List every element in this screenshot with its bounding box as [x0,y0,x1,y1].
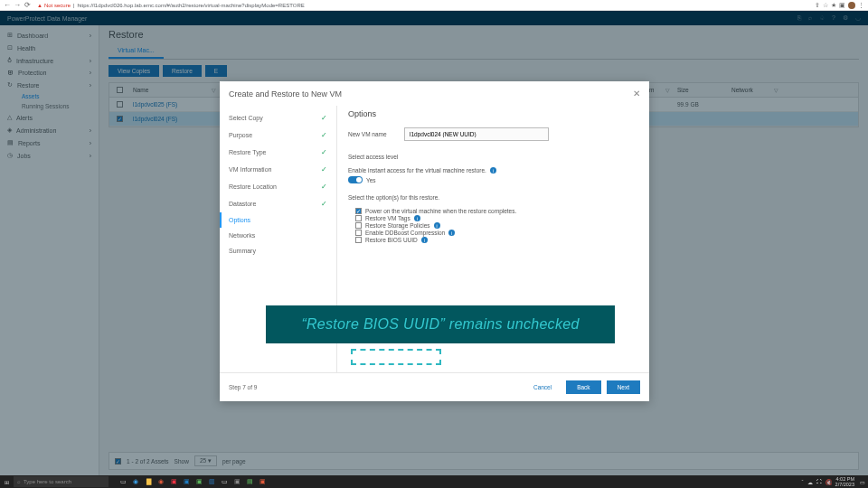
url-text: https://l1dpdvcl026.hop.lab.emc.com/#/au… [78,3,305,8]
step-indicator: Step 7 of 9 [229,384,257,390]
browser-actions: ⇪ ☆ ★ ▣ ⋮ [815,2,864,9]
annotation-callout: “Restore BIOS UUID” remains unchecked [266,305,615,343]
step-datastore[interactable]: Datastore✓ [220,195,336,212]
opt-restore-storage-policies[interactable]: Restore Storage Policiesi [348,222,638,229]
instant-access-toggle[interactable] [348,176,363,183]
checkbox[interactable] [355,230,362,236]
check-icon: ✓ [321,114,327,122]
taskbar-clock[interactable]: 4:02 PM 2/7/2023 [835,476,856,487]
step-purpose[interactable]: Purpose✓ [220,127,336,144]
app-icon[interactable]: ▣ [231,476,242,487]
checkbox[interactable] [355,215,362,221]
step-select-copy[interactable]: Select Copy✓ [220,109,336,127]
check-icon: ✓ [321,148,327,156]
checkbox[interactable]: ✓ [355,208,362,214]
chrome-icon[interactable]: ◉ [156,476,166,487]
section-heading: Options [348,109,638,118]
check-icon: ✓ [321,183,327,191]
app-icon[interactable]: ▭ [219,476,230,487]
start-button[interactable]: ⊞ [0,475,13,488]
app-icon[interactable]: ▤ [244,476,255,487]
cancel-button[interactable]: Cancel [524,380,561,394]
access-level-label: Select access level [348,154,638,160]
bookmark-icon[interactable]: ★ [831,2,836,9]
check-icon: ✓ [321,165,327,174]
app-icon[interactable]: ▣ [257,476,268,487]
app-icon[interactable]: ▥ [206,476,217,487]
step-restore-location[interactable]: Restore Location✓ [220,178,336,195]
security-badge: ▲ Not secure [37,3,71,8]
check-icon: ✓ [321,131,327,139]
info-icon[interactable]: i [490,167,496,174]
options-label: Select the option(s) for this restore. [348,194,638,201]
checkbox[interactable] [355,222,362,229]
restore-wizard-modal: Create and Restore to New VM ✕ Select Co… [220,81,649,401]
share-icon[interactable]: ⇪ [815,2,820,9]
step-networks[interactable]: Networks [220,228,336,243]
taskbar-search[interactable]: ⌕ Type here to search [14,476,108,487]
tray-icon[interactable]: ⛶ [816,479,822,484]
puzzle-icon[interactable]: ▣ [839,2,845,9]
tray-icon[interactable]: ☁ [807,479,813,485]
check-icon: ✓ [321,200,327,208]
vm-name-label: New VM name [348,131,393,137]
avatar-icon[interactable] [848,2,855,9]
reload-icon[interactable]: ⟳ [24,2,31,9]
address-bar[interactable]: ▲ Not secure | https://l1dpdvcl026.hop.l… [33,1,812,9]
step-options[interactable]: Options [220,212,336,228]
star-icon[interactable]: ☆ [823,2,828,9]
opt-restore-tags[interactable]: Restore VM Tagsi [348,215,638,221]
tray-chevron-icon[interactable]: ˄ [801,479,804,485]
explorer-icon[interactable]: ▇ [143,476,154,487]
info-icon[interactable]: i [414,215,420,221]
info-icon[interactable]: i [434,222,440,229]
checkbox[interactable] [355,237,362,243]
modal-footer: Step 7 of 9 Cancel Back Next [220,372,649,401]
opt-ddboost-compression[interactable]: Enable DDBoost Compressioni [348,230,638,236]
info-icon[interactable]: i [448,230,455,236]
browser-toolbar: ← → ⟳ ▲ Not secure | https://l1dpdvcl026… [0,0,868,11]
back-icon[interactable]: ← [4,2,11,9]
modal-title: Create and Restore to New VM [229,89,342,99]
opt-power-on[interactable]: ✓Power on the virtual machine when the r… [348,208,638,214]
windows-taskbar: ⊞ ⌕ Type here to search ▭ ◉ ▇ ◉ ▣ ▣ ▣ ▥ … [0,475,868,488]
opt-restore-bios-uuid[interactable]: Restore BIOS UUIDi [348,237,638,243]
kebab-icon[interactable]: ⋮ [858,2,864,9]
step-restore-type[interactable]: Restore Type✓ [220,144,336,161]
vm-name-input[interactable] [404,127,549,141]
app-icon[interactable]: ▣ [193,476,204,487]
notifications-icon[interactable]: ▭ [860,479,865,485]
next-button[interactable]: Next [607,380,640,394]
forward-icon[interactable]: → [14,2,21,9]
back-button[interactable]: Back [566,380,600,394]
app-icon[interactable]: ▣ [168,476,179,487]
close-icon[interactable]: ✕ [633,89,640,99]
volume-icon[interactable]: 🔇 [826,479,832,485]
step-vm-information[interactable]: VM Information✓ [220,161,336,178]
task-view-icon[interactable]: ▭ [118,476,128,487]
step-summary[interactable]: Summary [220,243,336,258]
edge-icon[interactable]: ◉ [130,476,141,487]
info-icon[interactable]: i [421,237,428,243]
app-icon[interactable]: ▣ [181,476,192,487]
